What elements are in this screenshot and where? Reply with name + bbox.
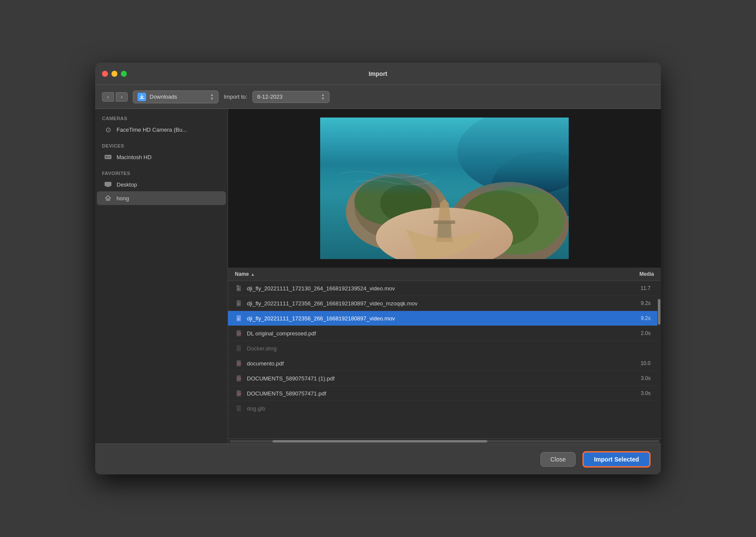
svg-rect-22 [237, 315, 241, 321]
svg-rect-3 [105, 182, 111, 186]
svg-rect-16 [438, 223, 451, 238]
file-name-5: documento.pdf [247, 360, 616, 367]
content-area: Name ▲ Media dji_fly_20221111_172130_264… [228, 109, 661, 443]
file-size-5: 10.0 [616, 360, 651, 366]
location-arrows-icon: ▲ ▼ [210, 93, 214, 101]
desktop-icon [104, 180, 112, 189]
toolbar: ‹ › Downloads ▲ ▼ Import to: 8-12-2023 ▲… [95, 85, 661, 109]
nav-buttons: ‹ › [102, 92, 128, 102]
camera-icon: ⊙ [104, 125, 112, 134]
table-row[interactable]: dji_fly_20221111_172356_266_166819218089… [228, 296, 657, 311]
pdf-file-icon: PDF [235, 389, 243, 398]
file-list: dji_fly_20221111_172130_264_166819213952… [228, 281, 657, 438]
file-name-4: Docker.dmg [247, 345, 616, 352]
horizontal-scrollbar[interactable] [228, 438, 661, 443]
svg-rect-25 [237, 345, 241, 351]
svg-point-6 [457, 118, 569, 195]
vertical-scrollbar[interactable] [657, 281, 661, 438]
table-row[interactable]: PDF DOCUMENTS_5890757471 (1).pdf 3.0s [228, 371, 657, 386]
svg-rect-32 [237, 405, 241, 411]
dmg-file-icon [235, 344, 243, 353]
sidebar-desktop-label: Desktop [117, 181, 137, 188]
maximize-traffic-light[interactable] [121, 71, 127, 77]
pdf-file-icon: PDF [235, 329, 243, 338]
cameras-section-header: CAMERAS [95, 112, 228, 123]
video-file-icon [235, 314, 243, 323]
svg-rect-17 [434, 220, 455, 224]
downloads-icon [138, 93, 146, 101]
hd-icon [104, 153, 112, 161]
scrollbar-thumb-h[interactable] [273, 440, 487, 443]
close-button[interactable]: Close [540, 452, 576, 467]
import-to-dropdown[interactable]: 8-12-2023 ▲ ▼ [252, 91, 330, 103]
preview-area [228, 109, 661, 268]
nav-back-button[interactable]: ‹ [102, 92, 114, 102]
file-name-3: DL original_compressed.pdf [247, 330, 616, 337]
sidebar-item-facetime[interactable]: ⊙ FaceTime HD Camera (Bu... [97, 123, 226, 136]
import-to-value: 8-12-2023 [257, 94, 318, 100]
sidebar-item-desktop[interactable]: Desktop [97, 178, 226, 191]
video-file-icon [235, 284, 243, 293]
sidebar-item-macintosh[interactable]: Macintosh HD [97, 150, 226, 164]
file-name-0: dji_fly_20221111_172130_264_166819213952… [247, 285, 616, 292]
sidebar-item-hong[interactable]: hong [97, 191, 226, 205]
table-row[interactable]: dji_fly_20221111_172130_264_166819213952… [228, 281, 657, 296]
home-icon [104, 194, 112, 202]
svg-text:PDF: PDF [237, 392, 242, 395]
table-row[interactable]: Docker.dmg [228, 341, 657, 356]
file-name-2: dji_fly_20221111_172356_266_166819218089… [247, 315, 616, 322]
file-size-0: 11.7 [616, 285, 651, 291]
file-size-1: 9.2s [616, 300, 651, 306]
sidebar-facetime-label: FaceTime HD Camera (Bu... [117, 127, 187, 133]
minimize-traffic-light[interactable] [111, 71, 117, 77]
import-to-arrows-icon: ▲ ▼ [321, 93, 325, 101]
svg-rect-1 [105, 156, 108, 158]
favorites-section-header: FAVORITES [95, 167, 228, 178]
svg-text:PDF: PDF [237, 332, 242, 335]
close-traffic-light[interactable] [102, 71, 108, 77]
import-window: Import ‹ › Downloads ▲ ▼ Import to: 8-12… [95, 63, 661, 474]
table-row[interactable]: PDF documento.pdf 10.0 [228, 356, 657, 371]
scrollbar-track [230, 440, 659, 443]
file-size-6: 3.0s [616, 375, 651, 381]
file-size-2: 9.2s [616, 315, 651, 321]
sort-arrow-icon: ▲ [251, 272, 255, 277]
svg-rect-4 [106, 186, 110, 187]
scrollbar-thumb[interactable] [658, 299, 660, 325]
table-row[interactable]: PDF DOCUMENTS_5890757471.pdf 3.0s [228, 386, 657, 401]
import-to-label: Import to: [224, 94, 247, 100]
sidebar-macintosh-label: Macintosh HD [117, 154, 152, 160]
table-row[interactable]: dog.glb [228, 401, 657, 416]
nav-forward-button[interactable]: › [116, 92, 128, 102]
pdf-file-icon: PDF [235, 359, 243, 368]
window-title: Import [369, 70, 387, 77]
preview-image [320, 118, 569, 259]
svg-text:PDF: PDF [237, 362, 242, 365]
svg-rect-21 [237, 300, 241, 306]
svg-rect-20 [239, 285, 241, 287]
pdf-file-icon: PDF [235, 374, 243, 383]
glb-file-icon [235, 404, 243, 413]
svg-text:PDF: PDF [237, 377, 242, 380]
footer: Close Import Selected [95, 443, 661, 474]
svg-point-2 [108, 156, 110, 158]
location-dropdown[interactable]: Downloads ▲ ▼ [133, 91, 219, 103]
file-list-header: Name ▲ Media [228, 268, 661, 281]
col-media-header: Media [620, 271, 654, 277]
file-size-7: 3.0s [616, 390, 651, 396]
main-content: CAMERAS ⊙ FaceTime HD Camera (Bu... DEVI… [95, 109, 661, 443]
file-name-1: dji_fly_20221111_172356_266_166819218089… [247, 300, 616, 307]
video-file-icon [235, 299, 243, 308]
title-bar: Import [95, 63, 661, 85]
traffic-lights [102, 71, 127, 77]
location-label: Downloads [150, 94, 207, 100]
file-name-8: dog.glb [247, 405, 616, 412]
table-row[interactable]: dji_fly_20221111_172356_266_166819218089… [228, 311, 657, 326]
file-size-3: 2.0s [616, 330, 651, 336]
import-selected-button[interactable]: Import Selected [582, 451, 651, 468]
sidebar: CAMERAS ⊙ FaceTime HD Camera (Bu... DEVI… [95, 109, 228, 443]
col-name-header[interactable]: Name ▲ [235, 271, 620, 277]
sidebar-hong-label: hong [117, 195, 129, 202]
file-name-6: DOCUMENTS_5890757471 (1).pdf [247, 375, 616, 382]
table-row[interactable]: PDF DL original_compressed.pdf 2.0s [228, 326, 657, 341]
